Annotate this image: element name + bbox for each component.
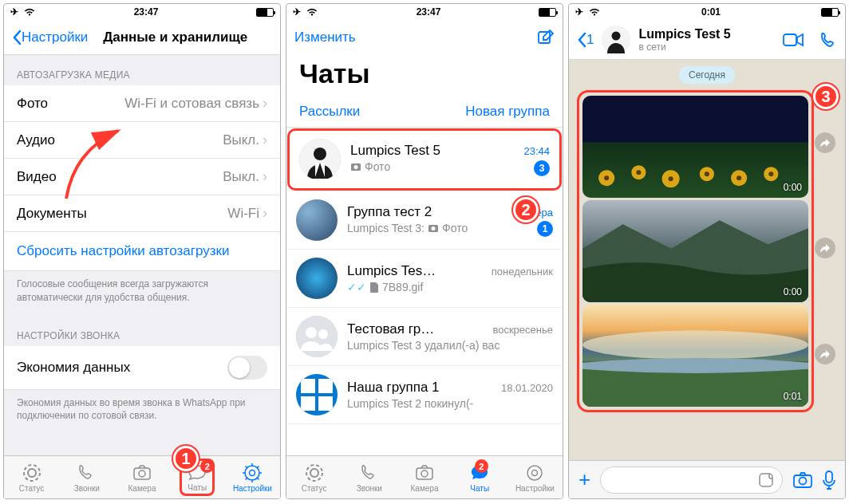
video-duration: 0:00	[784, 182, 802, 193]
forward-button[interactable]	[815, 132, 835, 153]
nav-bar: Настройки Данные и хранилище	[4, 20, 280, 55]
chat-subnav: Рассылки Новая группа	[286, 96, 563, 128]
chat-title-area[interactable]: Lumpics Test 5 в сети	[638, 27, 775, 53]
clock: 23:47	[417, 6, 441, 18]
back-button[interactable]: Настройки	[12, 30, 88, 45]
chat-item-lumpics-tes[interactable]: Lumpics Tes…понедельник ✓✓7B89.gif	[286, 250, 563, 308]
chats-badge: 2	[475, 459, 488, 473]
tab-chats[interactable]: Чаты2	[452, 456, 507, 498]
chats-badge: 2	[200, 459, 214, 473]
row-audio[interactable]: Аудио Выкл.›	[4, 122, 280, 159]
nav-bar: Изменить	[286, 20, 563, 55]
chat-name: Lumpics Test 5	[350, 143, 440, 159]
svg-line-10	[246, 466, 248, 468]
tab-label: Камера	[411, 484, 439, 493]
read-ticks-icon: ✓✓	[347, 281, 366, 293]
broadcast-button[interactable]: Рассылки	[299, 104, 360, 120]
footnote-call: Экономия данных во время звонка в WhatsA…	[4, 390, 280, 435]
data-saving-toggle[interactable]	[227, 356, 267, 380]
tab-status[interactable]: Статус	[4, 456, 59, 498]
chevron-right-icon: ›	[263, 205, 267, 222]
svg-point-48	[736, 175, 741, 180]
camera-button[interactable]	[792, 471, 813, 489]
svg-point-34	[532, 470, 538, 475]
tab-label: Настройки	[233, 484, 272, 493]
compose-icon[interactable]	[537, 29, 555, 46]
status-icon	[304, 463, 325, 483]
svg-point-36	[612, 31, 621, 40]
svg-point-16	[314, 148, 326, 160]
svg-point-44	[604, 175, 609, 180]
avatar	[296, 199, 338, 241]
camera-icon	[350, 162, 361, 171]
wifi-icon	[23, 8, 36, 17]
tab-status[interactable]: Статус	[286, 456, 342, 498]
chat-messages[interactable]: Сегодня 0:00 0:00 0:01	[569, 60, 845, 460]
tab-bar: Статус Звонки Камера Чаты 2 Настройки	[4, 455, 280, 498]
row-photo[interactable]: Фото Wi-Fi и сотовая связь›	[4, 85, 280, 122]
wifi-icon	[588, 8, 601, 17]
tab-camera[interactable]: Камера	[397, 456, 452, 498]
chat-item-ourgroup[interactable]: Наша группа 118.01.2020 Lumpics Test 2 п…	[286, 366, 563, 424]
mic-button[interactable]	[823, 471, 835, 490]
svg-point-33	[527, 466, 542, 480]
tab-camera[interactable]: Камера	[114, 456, 169, 498]
video-call-icon[interactable]	[783, 33, 804, 47]
tab-label: Статус	[302, 484, 327, 493]
airplane-icon: ✈︎	[10, 6, 18, 18]
svg-point-30	[310, 469, 318, 477]
forward-button[interactable]	[815, 238, 835, 258]
tab-label: Звонки	[74, 484, 100, 493]
chat-name: Наша группа 1	[347, 380, 440, 396]
svg-point-3	[139, 471, 145, 477]
gear-icon	[524, 463, 545, 483]
svg-point-22	[296, 316, 338, 357]
tab-calls[interactable]: Звонки	[59, 456, 114, 498]
chevron-right-icon: ›	[263, 95, 267, 112]
sticker-icon[interactable]	[758, 472, 774, 488]
tab-label: Звонки	[357, 484, 382, 493]
svg-point-47	[705, 171, 709, 176]
svg-point-53	[800, 477, 807, 484]
back-button[interactable]: 1	[577, 32, 594, 48]
settings-scroll[interactable]: АВТОЗАГРУЗКА МЕДИА Фото Wi-Fi и сотовая …	[4, 55, 280, 455]
chat-title: Lumpics Test 5	[638, 27, 775, 41]
chat-sender: Lumpics Test 3:	[347, 222, 424, 234]
camera-icon	[414, 463, 435, 483]
airplane-icon: ✈︎	[575, 6, 583, 18]
reset-autodownload-button[interactable]: Сбросить настройки автозагрузки	[4, 232, 280, 271]
chat-item-lumpics5[interactable]: Lumpics Test 523:44 Фото3	[290, 131, 559, 188]
svg-point-46	[669, 176, 673, 181]
row-video[interactable]: Видео Выкл.›	[4, 159, 280, 195]
video-thumbnail-3[interactable]: 0:01	[582, 305, 808, 407]
tab-bar: Статус Звонки Камера Чаты2 Настройки	[286, 455, 563, 498]
avatar[interactable]	[602, 26, 630, 54]
tab-settings[interactable]: Настройки	[225, 456, 280, 498]
edit-button[interactable]: Изменить	[294, 30, 356, 45]
tab-calls[interactable]: Звонки	[342, 456, 397, 498]
tab-label: Камера	[128, 484, 156, 493]
forward-button[interactable]	[815, 344, 835, 364]
chevron-right-icon: ›	[263, 132, 267, 148]
battery-icon	[256, 8, 274, 17]
attach-button[interactable]: +	[579, 467, 590, 492]
voice-call-icon[interactable]	[819, 31, 837, 49]
date-separator: Сегодня	[679, 66, 735, 84]
annotation-highlight: Lumpics Test 523:44 Фото3	[287, 128, 562, 191]
chat-preview: Lumpics Test 3 удалил(-а) вас	[347, 339, 553, 352]
video-thumbnail-1[interactable]: 0:00	[582, 96, 808, 198]
new-group-button[interactable]: Новая группа	[465, 104, 550, 120]
row-label: Аудио	[17, 132, 55, 148]
row-docs[interactable]: Документы Wi-Fi›	[4, 195, 280, 232]
row-value: Выкл.	[223, 132, 259, 148]
row-label: Видео	[17, 169, 57, 185]
tab-settings[interactable]: Настройки	[507, 456, 563, 498]
chat-item-testgroup[interactable]: Тестовая гр…воскресенье Lumpics Test 3 у…	[286, 308, 563, 366]
chats-scroll[interactable]: Lumpics Test 523:44 Фото3 Группа тест 2в…	[286, 128, 563, 455]
video-thumbnail-2[interactable]: 0:00	[582, 200, 808, 302]
status-bar: ✈︎ 0:01	[569, 4, 845, 20]
screen-settings: ✈︎ 23:47 Настройки Данные и хранилище АВ…	[3, 3, 281, 499]
chat-header: 1 Lumpics Test 5 в сети	[569, 20, 845, 60]
message-input[interactable]	[600, 467, 783, 494]
status-bar: ✈︎ 23:47	[4, 4, 280, 20]
